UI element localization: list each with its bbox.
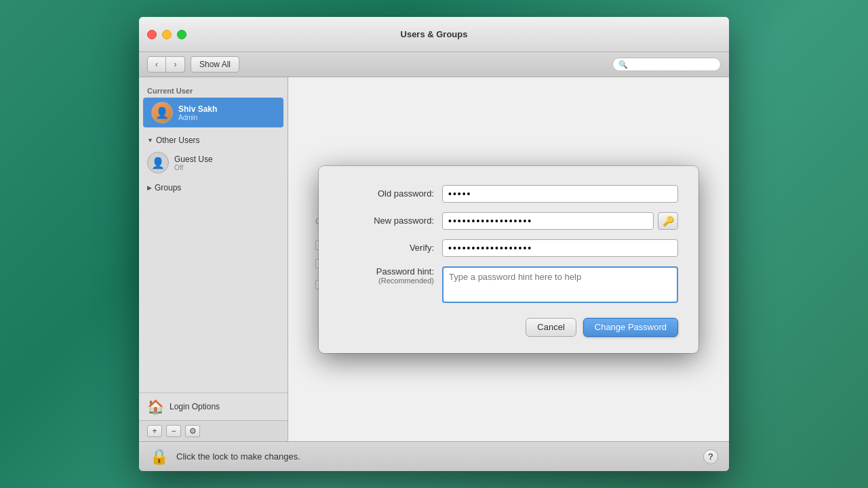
- window-title: Users & Groups: [401, 29, 468, 39]
- window-bottom-bar: 🔒 Click the lock to make changes. ?: [139, 441, 729, 471]
- sidebar-bottom-bar: + − ⚙: [139, 420, 288, 441]
- remove-user-button[interactable]: −: [166, 425, 181, 437]
- house-icon: 🏠: [147, 399, 164, 415]
- dialog-buttons: Cancel Change Password: [339, 318, 678, 337]
- forward-button[interactable]: ›: [166, 56, 185, 73]
- dialog-form: Old password: New password: 🔑: [339, 185, 678, 337]
- other-users-section: ▼ Other Users 👤 Guest Use Off: [139, 133, 288, 178]
- avatar: 👤: [151, 102, 173, 123]
- toolbar: ‹ › Show All 🔍: [139, 52, 729, 77]
- sidebar: Current User 👤 Shiv Sakh Admin ▼ Other U…: [139, 77, 288, 441]
- maximize-button[interactable]: [177, 30, 186, 39]
- current-user-label: Current User: [139, 84, 288, 98]
- traffic-lights: [147, 30, 186, 39]
- close-button[interactable]: [147, 30, 157, 39]
- new-password-field[interactable]: [442, 212, 654, 230]
- sidebar-item-login-options[interactable]: 🏠 Login Options: [139, 392, 288, 420]
- key-icon: 🔑: [663, 216, 674, 226]
- lock-icon[interactable]: 🔒: [150, 448, 168, 466]
- lock-text: Click the lock to make changes.: [176, 451, 300, 462]
- other-users-header[interactable]: ▼ Other Users: [139, 133, 288, 148]
- hint-label: Password hint:: [376, 266, 434, 277]
- show-all-button[interactable]: Show All: [191, 56, 239, 73]
- settings-button[interactable]: ⚙: [185, 425, 200, 437]
- change-password-dialog: Old password: New password: 🔑: [319, 166, 698, 353]
- old-password-label: Old password:: [339, 188, 434, 199]
- help-button[interactable]: ?: [703, 449, 718, 464]
- old-password-row: Old password:: [339, 185, 678, 203]
- chevron-down-icon: ▼: [147, 137, 153, 144]
- search-input[interactable]: [631, 60, 719, 69]
- hint-row: Password hint: (Recommended): [339, 266, 678, 303]
- verify-row: Verify:: [339, 239, 678, 257]
- minimize-button[interactable]: [162, 30, 172, 39]
- search-icon: 🔍: [618, 60, 628, 69]
- guest-status: Off: [174, 164, 279, 171]
- hint-sublabel: (Recommended): [378, 277, 434, 285]
- cancel-button[interactable]: Cancel: [526, 318, 576, 337]
- sidebar-item-current-user[interactable]: 👤 Shiv Sakh Admin: [143, 98, 283, 127]
- hint-label-group: Password hint: (Recommended): [339, 266, 434, 285]
- window-body: Current User 👤 Shiv Sakh Admin ▼ Other U…: [139, 77, 729, 441]
- user-role: Admin: [178, 114, 275, 121]
- groups-header[interactable]: ▶ Groups: [139, 180, 288, 195]
- add-user-button[interactable]: +: [147, 425, 162, 437]
- hint-field[interactable]: [442, 266, 678, 303]
- user-name: Shiv Sakh: [178, 104, 275, 114]
- verify-label: Verify:: [339, 243, 434, 253]
- old-password-field[interactable]: [442, 185, 678, 203]
- change-password-button[interactable]: Change Password: [583, 318, 678, 337]
- search-bar: 🔍: [612, 58, 721, 71]
- main-content: Contacts Card: Open... ✓ Allow user to r…: [288, 77, 729, 441]
- login-options-label: Login Options: [170, 402, 220, 411]
- guest-name: Guest Use: [174, 155, 279, 164]
- verify-field[interactable]: [442, 239, 678, 257]
- other-users-label: Other Users: [156, 136, 200, 145]
- guest-avatar: 👤: [147, 152, 169, 174]
- key-button[interactable]: 🔑: [658, 212, 678, 230]
- titlebar: Users & Groups: [139, 17, 729, 52]
- groups-label: Groups: [155, 183, 181, 192]
- new-password-label: New password:: [339, 216, 434, 226]
- back-button[interactable]: ‹: [147, 56, 166, 73]
- sidebar-spacer: [139, 195, 288, 392]
- new-password-wrapper: 🔑: [442, 212, 678, 230]
- sidebar-item-guest[interactable]: 👤 Guest Use Off: [139, 148, 288, 178]
- new-password-row: New password: 🔑: [339, 212, 678, 230]
- nav-buttons: ‹ ›: [147, 56, 185, 73]
- chevron-right-icon: ▶: [147, 184, 152, 191]
- main-window: Users & Groups ‹ › Show All 🔍 Current Us…: [139, 17, 729, 471]
